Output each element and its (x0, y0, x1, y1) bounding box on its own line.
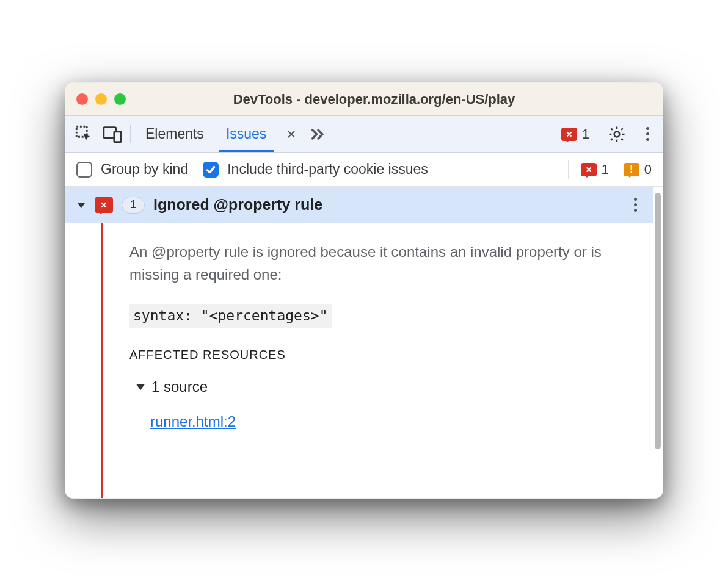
source-link[interactable]: runner.html:2 (150, 413, 236, 430)
minimize-window-button[interactable] (95, 93, 107, 105)
issue-body: An @property rule is ignored because it … (65, 223, 653, 498)
tab-elements-label: Elements (145, 126, 204, 142)
svg-marker-4 (77, 203, 85, 208)
issue-header-row[interactable]: 1 Ignored @property rule (65, 187, 653, 223)
tab-elements[interactable]: Elements (138, 116, 211, 152)
issues-main: 1 Ignored @property rule An @property ru… (65, 187, 653, 498)
settings-gear-icon[interactable] (606, 124, 627, 145)
error-icon (581, 163, 597, 176)
include-thirdparty-checkbox[interactable] (203, 162, 219, 178)
issues-content: 1 Ignored @property rule An @property ru… (65, 187, 663, 498)
close-window-button[interactable] (76, 93, 88, 105)
vertical-scrollbar[interactable] (653, 187, 663, 498)
issue-code-snippet: syntax: "<percentages>" (129, 304, 332, 328)
issue-count-pill: 1 (122, 197, 145, 214)
issue-description: An @property rule is ignored because it … (129, 240, 636, 286)
devtools-tabstrip: Elements Issues 1 (65, 116, 663, 153)
svg-rect-2 (114, 131, 121, 142)
include-thirdparty-label: Include third-party cookie issues (227, 161, 428, 178)
scroll-thumb[interactable] (655, 193, 661, 449)
issue-more-menu-icon[interactable] (628, 198, 642, 212)
warning-icon: ! (624, 163, 639, 176)
tab-issues[interactable]: Issues (219, 116, 274, 152)
disclosure-triangle-icon[interactable] (76, 200, 86, 210)
close-tab-icon[interactable] (285, 128, 298, 141)
filter-warning-count: 0 (644, 162, 652, 178)
window-traffic-lights (76, 93, 144, 105)
group-by-kind-checkbox[interactable] (76, 162, 92, 178)
filter-error-count: 1 (602, 162, 609, 178)
divider (130, 125, 131, 143)
device-toggle-icon[interactable] (102, 124, 123, 145)
inspect-icon[interactable] (74, 124, 95, 145)
window-title: DevTools - developer.mozilla.org/en-US/p… (151, 92, 652, 107)
svg-point-3 (614, 131, 620, 137)
zoom-window-button[interactable] (114, 93, 126, 105)
divider (568, 160, 569, 179)
error-count: 1 (582, 126, 589, 142)
disclosure-triangle-icon (136, 382, 145, 392)
more-menu-icon[interactable] (641, 127, 654, 141)
error-icon (95, 197, 113, 213)
devtools-window: DevTools - developer.mozilla.org/en-US/p… (65, 82, 663, 499)
affected-resources-heading: AFFECTED RESOURCES (129, 345, 636, 364)
group-by-kind-label: Group by kind (101, 161, 188, 178)
issues-filter-bar: Group by kind Include third-party cookie… (65, 153, 663, 187)
tab-issues-label: Issues (226, 126, 266, 142)
error-count-badge[interactable]: 1 (561, 126, 589, 142)
source-count-label: 1 source (151, 375, 208, 398)
more-tabs-icon[interactable] (308, 124, 329, 145)
issue-title: Ignored @property rule (153, 196, 620, 214)
source-disclosure-row[interactable]: 1 source (136, 375, 636, 398)
svg-marker-5 (136, 384, 144, 390)
error-icon (561, 128, 577, 141)
filter-warning-badge[interactable]: ! 0 (624, 162, 652, 178)
window-titlebar: DevTools - developer.mozilla.org/en-US/p… (65, 83, 663, 116)
filter-error-badge[interactable]: 1 (581, 162, 609, 178)
